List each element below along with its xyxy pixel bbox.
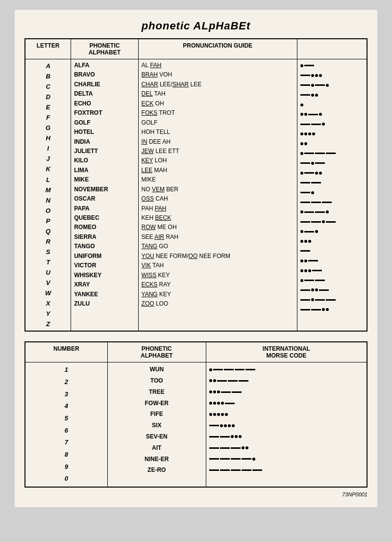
morse-Q [300,217,364,227]
letter-L: L [28,175,68,185]
phonetic-P: PAPA [74,204,135,213]
morse-J [300,149,364,158]
letter-R: R [28,236,68,247]
numbers-section: NUMBER PHONETICALPHABET INTERNATIONALMOR… [24,341,368,488]
pronunciation-F: FOKS TROT [142,108,294,118]
num-morse-8 [209,442,364,454]
phonetic-J: JULIETT [74,147,135,156]
phonetic-W: WHISKEY [74,271,135,280]
pronunciation-I: IN DEE AH [142,137,294,147]
header-pronunciation: PRONUNCIATION GUIDE [138,39,297,59]
letter-G: G [28,123,68,133]
num-phonetic-5: FIFE [111,409,203,420]
phonetic-I: INDIA [74,137,135,147]
pronunciation-X: ECKS RAY [142,280,294,289]
header-letter: LETTER [25,39,71,59]
phonetic-O: OSCAR [74,194,135,204]
num-morse-6 [209,420,364,431]
morse-Z [300,305,364,314]
phonetic-L: LIMA [74,166,135,175]
morse-H [300,129,364,139]
pronunciation-R: ROW ME OH [142,223,294,232]
morse-T [300,246,364,256]
phonetic-A: ALFA [74,61,135,70]
letter-I: I [28,143,68,154]
header-number: NUMBER [25,342,107,362]
number-9: 9 [28,461,104,473]
pronunciation-E: ECK OH [142,99,294,108]
number-1: 1 [28,364,104,376]
page-title: phonetic ALpHaBEt [24,20,368,32]
number-7: 7 [28,437,104,449]
letter-Y: Y [28,309,68,319]
pronunciation-N: NO VEM BER [142,185,294,194]
phonetic-K: KILO [74,156,135,165]
morse-V [300,266,364,276]
num-phonetic-9: NINE-ER [111,454,203,465]
num-morse-9 [209,454,364,465]
letter-Z: Z [28,319,68,329]
num-phonetic-4: FOW-ER [111,398,203,409]
phonetic-E: ECHO [74,99,135,108]
number-3: 3 [28,388,104,401]
numbers-table: NUMBER PHONETICALPHABET INTERNATIONALMOR… [24,341,368,488]
phonetic-M: MIKE [74,175,135,184]
morse-K [300,158,364,168]
morse-P [300,207,364,217]
number-8: 8 [28,449,104,461]
letter-D: D [28,92,68,102]
morse-X [300,285,364,295]
num-phonetic-3: TREE [111,387,203,398]
letter-B: B [28,71,68,81]
pronunciation-Y: YANG KEY [142,290,294,299]
header-morse [297,39,367,59]
header-morse-code: INTERNATIONALMORSE CODE [206,342,367,362]
morse-D [300,90,364,100]
num-morse-3 [209,387,364,398]
letter-C: C [28,81,68,92]
num-phonetic-2: TOO [111,375,203,387]
pronunciation-O: OSS CAH [142,194,294,204]
pronunciation-P: PAH PAH [142,204,294,213]
phonetic-B: BRAVO [74,70,135,79]
num-morse-4 [209,398,364,409]
phonetic-S: SIERRA [74,232,135,242]
phonetic-H: HOTEL [74,128,135,137]
phonetic-N: NOVEMBER [74,185,135,194]
morse-C [300,80,364,90]
pronunciation-D: DEL TAH [142,89,294,99]
letter-S: S [28,247,68,257]
phonetic-F: FOXTROT [74,108,135,118]
letter-K: K [28,164,68,174]
pronunciation-T: TANG GO [142,242,294,251]
morse-S [300,236,364,246]
header-num-phonetic: PHONETICALPHABET [107,342,206,362]
number-2: 2 [28,376,104,388]
phonetic-Q: QUEBEC [74,213,135,223]
pronunciation-Q: KEH BECK [142,213,294,223]
number-6: 6 [28,425,104,437]
letter-N: N [28,195,68,206]
letter-M: M [28,185,68,195]
letter-Q: Q [28,226,68,236]
pronunciation-S: SEE AIR RAH [142,232,294,242]
alphabet-table: LETTER PHONETICALPHABET PRONUNCIATION GU… [24,38,368,332]
phonetic-G: GOLF [74,118,135,128]
num-morse-0 [209,465,364,476]
pronunciation-L: LEE MAH [142,166,294,175]
num-phonetic-1: WUN [111,364,203,375]
num-phonetic-8: AIT [111,442,203,454]
phonetic-D: DELTA [74,89,135,99]
morse-M [300,178,364,188]
num-phonetic-6: SIX [111,420,203,431]
letter-F: F [28,112,68,123]
pronunciation-B: BRAH VOH [142,70,294,79]
letter-U: U [28,267,68,278]
morse-A [300,61,364,71]
pronunciation-U: YOU NEE FORM/OO NEE FORM [142,252,294,261]
pronunciation-K: KEY LOH [142,156,294,165]
letter-O: O [28,206,68,216]
morse-W [300,276,364,285]
pronunciation-C: CHAR LEE/SHAR LEE [142,80,294,89]
letter-W: W [28,288,68,298]
